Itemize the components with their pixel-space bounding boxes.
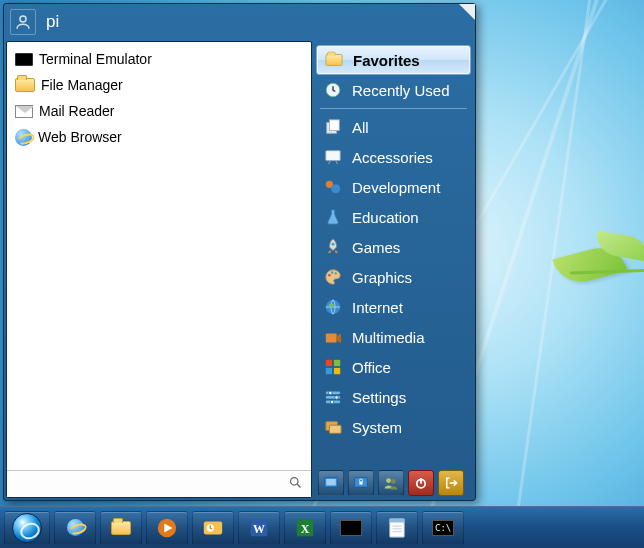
app-file-manager[interactable]: File Manager bbox=[11, 72, 307, 98]
outlook-icon bbox=[202, 517, 224, 539]
shutdown-button[interactable] bbox=[408, 470, 434, 496]
taskbar-media-player[interactable] bbox=[146, 511, 188, 545]
cmd-icon: C:\ bbox=[432, 520, 454, 536]
svg-line-8 bbox=[336, 161, 338, 165]
category-label: Graphics bbox=[352, 269, 412, 286]
palette-icon bbox=[323, 267, 343, 287]
taskbar-excel[interactable]: X bbox=[284, 511, 326, 545]
flask-icon bbox=[323, 207, 343, 227]
mail-icon bbox=[15, 105, 33, 118]
category-internet[interactable]: Internet bbox=[316, 292, 471, 322]
app-label: Web Browser bbox=[38, 129, 122, 145]
svg-rect-19 bbox=[326, 360, 332, 366]
start-menu-header: pi bbox=[4, 4, 475, 39]
category-system[interactable]: System bbox=[316, 412, 471, 442]
category-label: Multimedia bbox=[352, 329, 425, 346]
category-label: Games bbox=[352, 239, 400, 256]
app-label: File Manager bbox=[41, 77, 123, 93]
svg-point-14 bbox=[335, 272, 337, 274]
office-icon bbox=[323, 357, 343, 377]
svg-point-10 bbox=[331, 184, 340, 193]
taskbar-outlook[interactable] bbox=[192, 511, 234, 545]
folder-icon bbox=[111, 521, 131, 535]
category-label: All bbox=[352, 119, 369, 136]
category-label: Office bbox=[352, 359, 391, 376]
start-menu-left-pane: Terminal Emulator File Manager Mail Read… bbox=[6, 41, 312, 498]
start-button[interactable] bbox=[4, 511, 50, 545]
taskbar-notepad[interactable] bbox=[376, 511, 418, 545]
taskbar: W X C:\ bbox=[0, 506, 644, 548]
svg-point-26 bbox=[329, 391, 333, 395]
lock-screen-button[interactable] bbox=[348, 470, 374, 496]
system-icon bbox=[323, 417, 343, 437]
category-label: Settings bbox=[352, 389, 406, 406]
terminal-icon bbox=[340, 520, 362, 536]
category-recently-used[interactable]: Recently Used bbox=[316, 75, 471, 105]
clock-icon bbox=[323, 80, 343, 100]
start-menu-right-pane: Favorites Recently Used All Accessories … bbox=[312, 39, 475, 500]
folder-star-icon bbox=[324, 50, 344, 70]
search-box[interactable] bbox=[7, 470, 311, 497]
media-player-icon bbox=[156, 517, 178, 539]
category-label: Internet bbox=[352, 299, 403, 316]
globe-icon bbox=[323, 297, 343, 317]
ie-icon bbox=[67, 519, 84, 536]
taskbar-cmd[interactable]: C:\ bbox=[422, 511, 464, 545]
svg-rect-48 bbox=[390, 518, 405, 522]
ie-icon bbox=[15, 129, 32, 146]
taskbar-explorer[interactable] bbox=[100, 511, 142, 545]
logout-button[interactable] bbox=[438, 470, 464, 496]
svg-rect-22 bbox=[334, 368, 340, 374]
app-label: Terminal Emulator bbox=[39, 51, 152, 67]
svg-rect-5 bbox=[329, 120, 339, 131]
svg-text:W: W bbox=[253, 521, 265, 535]
category-multimedia[interactable]: Multimedia bbox=[316, 322, 471, 352]
svg-rect-23 bbox=[326, 392, 340, 395]
category-accessories[interactable]: Accessories bbox=[316, 142, 471, 172]
svg-point-1 bbox=[291, 478, 299, 486]
category-games[interactable]: Games bbox=[316, 232, 471, 262]
user-avatar-icon bbox=[10, 9, 36, 35]
favorites-app-list: Terminal Emulator File Manager Mail Read… bbox=[7, 42, 311, 470]
taskbar-terminal[interactable] bbox=[330, 511, 372, 545]
taskbar-ie[interactable] bbox=[54, 511, 96, 545]
category-graphics[interactable]: Graphics bbox=[316, 262, 471, 292]
svg-point-11 bbox=[332, 243, 335, 246]
notepad-icon bbox=[387, 517, 407, 539]
search-icon bbox=[288, 475, 303, 493]
app-mail-reader[interactable]: Mail Reader bbox=[11, 98, 307, 124]
switch-user-button[interactable] bbox=[378, 470, 404, 496]
category-separator bbox=[320, 108, 467, 109]
search-input[interactable] bbox=[13, 476, 305, 492]
svg-point-36 bbox=[391, 479, 396, 484]
svg-point-16 bbox=[329, 303, 334, 307]
category-education[interactable]: Education bbox=[316, 202, 471, 232]
dev-icon bbox=[323, 177, 343, 197]
svg-rect-20 bbox=[334, 360, 340, 366]
show-desktop-button[interactable] bbox=[318, 470, 344, 496]
svg-line-2 bbox=[297, 484, 300, 487]
app-terminal-emulator[interactable]: Terminal Emulator bbox=[11, 46, 307, 72]
category-settings[interactable]: Settings bbox=[316, 382, 471, 412]
svg-point-0 bbox=[20, 16, 26, 22]
svg-point-12 bbox=[328, 274, 330, 276]
username-label: pi bbox=[46, 12, 59, 32]
category-label: System bbox=[352, 419, 402, 436]
rocket-icon bbox=[323, 237, 343, 257]
svg-rect-21 bbox=[326, 368, 332, 374]
start-menu-action-bar bbox=[316, 468, 471, 498]
category-development[interactable]: Development bbox=[316, 172, 471, 202]
svg-rect-30 bbox=[329, 425, 341, 433]
category-all[interactable]: All bbox=[316, 112, 471, 142]
sheets-icon bbox=[323, 117, 343, 137]
app-web-browser[interactable]: Web Browser bbox=[11, 124, 307, 150]
excel-icon: X bbox=[294, 517, 316, 539]
start-menu: pi Terminal Emulator File Manager Mail R… bbox=[3, 3, 476, 501]
category-label: Recently Used bbox=[352, 82, 450, 99]
resize-grip-icon[interactable] bbox=[459, 4, 475, 20]
category-office[interactable]: Office bbox=[316, 352, 471, 382]
svg-marker-18 bbox=[337, 333, 342, 343]
taskbar-word[interactable]: W bbox=[238, 511, 280, 545]
category-favorites[interactable]: Favorites bbox=[316, 45, 471, 75]
category-label: Education bbox=[352, 209, 419, 226]
